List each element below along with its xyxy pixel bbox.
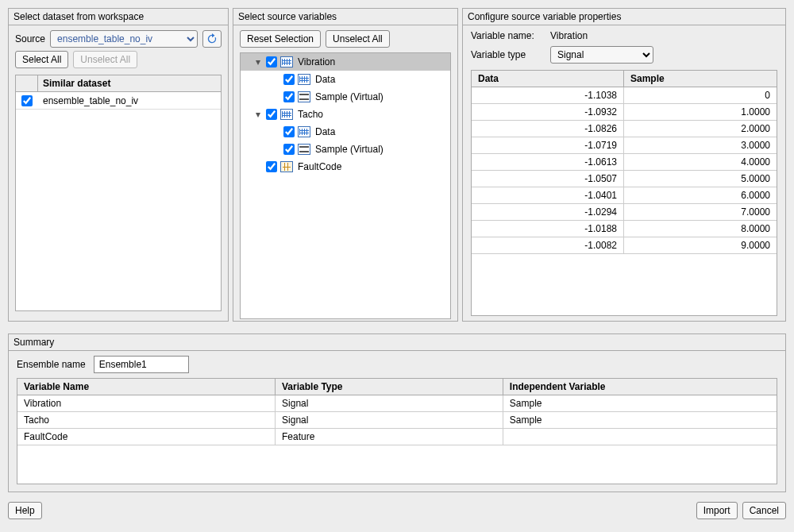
data-row: -1.06134.0000 — [472, 154, 777, 171]
tree-checkbox[interactable] — [266, 56, 277, 67]
unselect-all-vars-button[interactable]: Unselect All — [326, 30, 390, 48]
tree-checkbox[interactable] — [266, 161, 277, 172]
data-row: -1.01888.0000 — [472, 221, 777, 237]
dataset-table: Similar dataset ensemble_table_no_iv — [15, 75, 222, 311]
tree-node-label: Data — [314, 74, 335, 85]
source-label: Source — [15, 33, 45, 44]
summary-table: Variable Name Variable Type Independent … — [17, 378, 777, 484]
tree-node-data[interactable]: Data — [241, 123, 450, 141]
dataset-panel: Select dataset from workspace Source ens… — [8, 8, 229, 322]
variable-type-select[interactable]: Signal — [550, 46, 653, 64]
tree-node-sample-virtual-[interactable]: Sample (Virtual) — [241, 141, 450, 158]
data-cell: -1.0507 — [472, 171, 624, 187]
import-button[interactable]: Import — [696, 502, 738, 519]
tree-node-label: Tacho — [296, 109, 323, 120]
data-column-header: Data — [472, 71, 624, 87]
summary-iv-cell — [503, 429, 777, 445]
summary-row: FaultCodeFeature — [17, 429, 777, 445]
data-row: -1.00829.0000 — [472, 237, 777, 254]
ensemble-name-input[interactable] — [94, 356, 189, 373]
summary-header-iv: Independent Variable — [503, 379, 777, 395]
help-button[interactable]: Help — [8, 502, 42, 519]
footer: Help Import Cancel — [8, 502, 786, 519]
tree-checkbox[interactable] — [283, 126, 295, 137]
sample-cell: 4.0000 — [624, 154, 777, 170]
feature-icon — [280, 161, 293, 172]
tree-node-faultcode[interactable]: FaultCode — [241, 158, 450, 175]
sample-cell: 6.0000 — [624, 187, 777, 203]
reset-selection-button[interactable]: Reset Selection — [240, 30, 321, 48]
data-cell: -1.1038 — [472, 87, 624, 103]
sample-cell: 1.0000 — [624, 104, 777, 120]
summary-row: VibrationSignalSample — [17, 395, 777, 412]
data-cell: -1.0294 — [472, 204, 624, 220]
data-row: -1.04016.0000 — [472, 187, 777, 204]
tree-node-tacho[interactable]: ▾Tacho — [241, 106, 450, 123]
tree-node-sample-virtual-[interactable]: Sample (Virtual) — [241, 88, 450, 106]
data-row: -1.09321.0000 — [472, 104, 777, 121]
configure-panel-title: Configure source variable properties — [463, 9, 785, 25]
signal-icon — [280, 109, 293, 120]
tree-node-label: Vibration — [296, 56, 335, 67]
tree-checkbox[interactable] — [283, 144, 295, 155]
summary-name-cell: Tacho — [17, 412, 276, 428]
signal-icon — [298, 74, 310, 85]
summary-row: TachoSignalSample — [17, 412, 777, 429]
tree-node-label: Data — [314, 126, 335, 137]
data-cell: -1.0401 — [472, 187, 624, 203]
variable-type-label: Variable type — [471, 49, 542, 60]
data-row: -1.07193.0000 — [472, 137, 777, 154]
summary-type-cell: Signal — [276, 395, 503, 411]
summary-name-cell: FaultCode — [17, 429, 276, 445]
tree-node-label: Sample (Virtual) — [314, 144, 384, 155]
configure-panel: Configure source variable properties Var… — [462, 8, 786, 322]
summary-iv-cell: Sample — [503, 412, 777, 428]
variable-name-value: Vibration — [550, 30, 588, 41]
ensemble-name-label: Ensemble name — [17, 359, 86, 370]
sample-icon — [298, 144, 310, 155]
sample-cell: 3.0000 — [624, 137, 777, 153]
dataset-row[interactable]: ensemble_table_no_iv — [16, 92, 221, 110]
sample-cell: 2.0000 — [624, 121, 777, 137]
data-row: -1.10380 — [472, 87, 777, 104]
data-cell: -1.0719 — [472, 137, 624, 153]
sample-cell: 5.0000 — [624, 171, 777, 187]
summary-iv-cell: Sample — [503, 395, 777, 411]
dataset-table-header: Similar dataset — [38, 75, 221, 91]
sample-cell: 9.0000 — [624, 237, 777, 253]
tree-node-vibration[interactable]: ▾Vibration — [241, 53, 450, 71]
variables-tree: ▾VibrationDataSample (Virtual)▾TachoData… — [240, 52, 451, 319]
tree-node-data[interactable]: Data — [241, 71, 450, 88]
source-variables-panel: Select source variables Reset Selection … — [233, 8, 458, 322]
variable-name-label: Variable name: — [471, 30, 542, 41]
tree-checkbox[interactable] — [283, 74, 295, 85]
summary-header-type: Variable Type — [276, 379, 503, 395]
caret-icon: ▾ — [253, 109, 263, 120]
source-select[interactable]: ensemble_table_no_iv — [50, 30, 198, 48]
data-row: -1.08262.0000 — [472, 121, 777, 137]
data-cell: -1.0082 — [472, 237, 624, 253]
cancel-button[interactable]: Cancel — [742, 502, 786, 519]
sample-icon — [298, 91, 310, 102]
sample-cell: 0 — [624, 87, 777, 103]
dataset-row-name: ensemble_table_no_iv — [38, 95, 221, 106]
caret-icon: ▾ — [253, 56, 263, 67]
data-cell: -1.0188 — [472, 221, 624, 237]
dataset-row-checkbox[interactable] — [21, 95, 33, 106]
summary-name-cell: Vibration — [17, 395, 276, 411]
data-table: Data Sample -1.10380-1.09321.0000-1.0826… — [471, 70, 777, 316]
tree-checkbox[interactable] — [266, 109, 277, 120]
tree-node-label: FaultCode — [296, 161, 341, 172]
dataset-panel-title: Select dataset from workspace — [9, 9, 228, 25]
source-variables-title: Select source variables — [233, 9, 457, 25]
select-all-button[interactable]: Select All — [15, 51, 68, 68]
refresh-button[interactable] — [202, 30, 222, 48]
data-row: -1.02947.0000 — [472, 204, 777, 221]
summary-panel: Summary Ensemble name Variable Name Vari… — [8, 333, 786, 492]
sample-column-header: Sample — [624, 71, 777, 87]
unselect-all-button[interactable]: Unselect All — [73, 51, 137, 68]
data-cell: -1.0826 — [472, 121, 624, 137]
signal-icon — [280, 56, 293, 67]
tree-checkbox[interactable] — [283, 91, 295, 102]
sample-cell: 8.0000 — [624, 221, 777, 237]
